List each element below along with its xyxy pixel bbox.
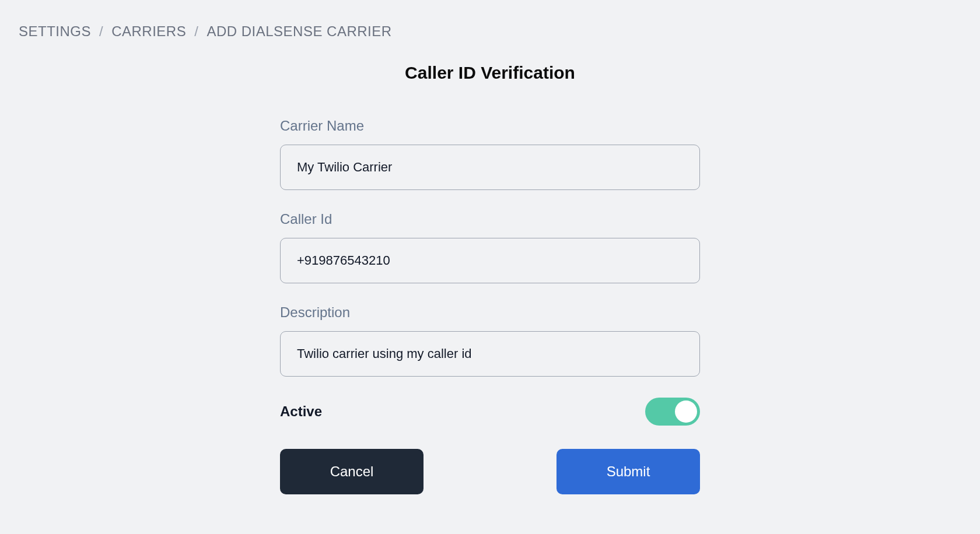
form: Carrier Name Caller Id Description Activ… (280, 118, 700, 494)
page-title: Caller ID Verification (19, 63, 961, 83)
caller-id-input[interactable] (280, 238, 700, 283)
toggle-knob (675, 400, 697, 423)
carrier-name-label: Carrier Name (280, 118, 700, 134)
page-container: SETTINGS / CARRIERS / ADD DIALSENSE CARR… (0, 0, 980, 518)
breadcrumb-separator: / (194, 23, 198, 40)
button-row: Cancel Submit (280, 449, 700, 494)
active-label: Active (280, 403, 322, 420)
active-toggle[interactable] (645, 398, 700, 426)
breadcrumb-item-carriers[interactable]: CARRIERS (111, 23, 186, 40)
field-caller-id: Caller Id (280, 211, 700, 283)
field-carrier-name: Carrier Name (280, 118, 700, 190)
breadcrumb-item-add-carrier[interactable]: ADD DIALSENSE CARRIER (206, 23, 391, 40)
breadcrumb-separator: / (99, 23, 103, 40)
submit-button[interactable]: Submit (556, 449, 700, 494)
breadcrumb: SETTINGS / CARRIERS / ADD DIALSENSE CARR… (19, 23, 961, 40)
carrier-name-input[interactable] (280, 145, 700, 190)
cancel-button[interactable]: Cancel (280, 449, 424, 494)
description-input[interactable] (280, 331, 700, 377)
field-active: Active (280, 398, 700, 426)
field-description: Description (280, 304, 700, 377)
description-label: Description (280, 304, 700, 321)
caller-id-label: Caller Id (280, 211, 700, 227)
breadcrumb-item-settings[interactable]: SETTINGS (19, 23, 91, 40)
